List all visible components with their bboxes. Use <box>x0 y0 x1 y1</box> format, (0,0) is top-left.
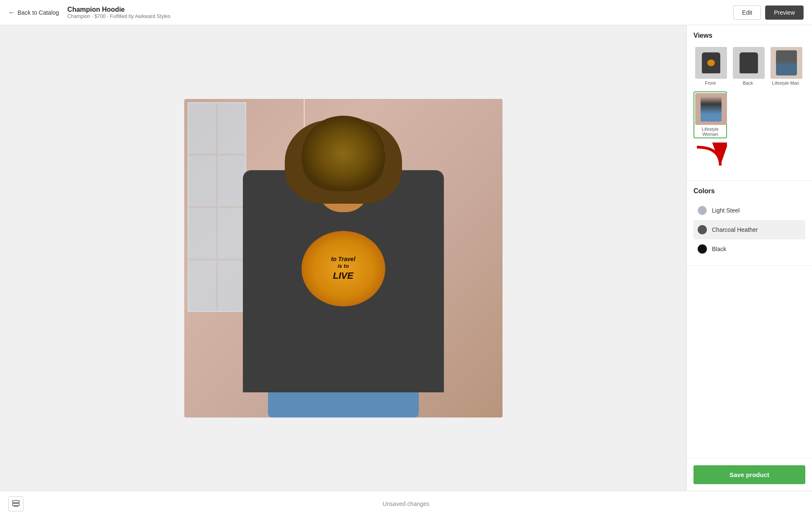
color-swatch-black <box>698 244 707 254</box>
svg-rect-2 <box>13 503 19 506</box>
product-image: to Travel is to LIVE <box>184 99 503 417</box>
header-left: ← Back to Catalog Champion Hoodie Champi… <box>8 6 170 19</box>
colors-section: Colors Light Steel Charcoal Heather Blac… <box>687 181 812 266</box>
color-name-charcoal-heather: Charcoal Heather <box>712 226 758 233</box>
view-label-lifestyle-man: Lifestyle Man <box>771 80 801 86</box>
product-subtitle: Champion · $700 · Fulfilled by Awkward S… <box>67 13 170 19</box>
view-label-lifestyle-woman: Lifestyle Woman <box>695 127 725 137</box>
back-label: Back to Catalog <box>18 9 59 16</box>
view-thumb-lifestyle-woman[interactable]: Lifestyle Woman <box>693 91 727 138</box>
back-arrow-icon: ← <box>8 9 15 16</box>
views-grid: Front Back Lifestyle Man <box>693 45 805 138</box>
window-pane-cell <box>188 103 216 154</box>
mini-person-man <box>776 50 797 75</box>
color-swatch-charcoal-heather <box>698 225 707 234</box>
color-item-light-steel[interactable]: Light Steel <box>693 201 805 220</box>
product-info: Champion Hoodie Champion · $700 · Fulfil… <box>67 6 170 19</box>
view-thumb-front[interactable]: Front <box>693 45 727 87</box>
window-pane-cell <box>188 260 216 311</box>
view-thumb-img-man <box>771 47 802 79</box>
unsaved-changes-label: Unsaved changes <box>382 500 429 507</box>
design-line3: LIVE <box>331 270 355 282</box>
sidebar-footer: Save product <box>687 458 812 491</box>
mini-person-woman <box>701 96 722 122</box>
view-thumb-img-front <box>695 47 727 79</box>
view-label-front: Front <box>695 80 725 86</box>
design-line1: to Travel <box>331 255 355 263</box>
view-thumb-img-woman <box>695 93 727 125</box>
colors-title: Colors <box>693 187 805 195</box>
red-arrow-icon <box>693 143 727 172</box>
arrow-container <box>693 138 805 174</box>
view-thumb-back[interactable]: Back <box>731 45 765 87</box>
design-text: to Travel is to LIVE <box>327 251 359 286</box>
person-figure: to Travel is to LIVE <box>235 116 452 417</box>
color-swatch-light-steel <box>698 206 707 215</box>
design-line2: is to <box>331 263 355 270</box>
mini-design-dot <box>707 60 715 66</box>
product-title: Champion Hoodie <box>67 6 170 13</box>
main-content: to Travel is to LIVE Views <box>0 25 812 491</box>
mini-hoodie-front <box>702 52 720 73</box>
save-product-button[interactable]: Save product <box>693 465 805 484</box>
view-thumb-img-back <box>733 47 765 79</box>
window-pane-cell <box>188 156 216 206</box>
hair <box>302 116 385 191</box>
view-thumb-lifestyle-man[interactable]: Lifestyle Man <box>769 45 802 87</box>
view-label-back: Back <box>733 80 763 86</box>
color-name-black: Black <box>712 246 726 252</box>
header: ← Back to Catalog Champion Hoodie Champi… <box>0 0 812 25</box>
sidebar-spacer <box>687 266 812 458</box>
layers-svg <box>12 500 20 508</box>
color-item-charcoal-heather[interactable]: Charcoal Heather <box>693 220 805 239</box>
color-name-light-steel: Light Steel <box>712 207 740 214</box>
layers-icon[interactable] <box>8 496 23 511</box>
color-item-black[interactable]: Black <box>693 239 805 259</box>
product-image-container: to Travel is to LIVE <box>184 99 503 417</box>
preview-button[interactable]: Preview <box>765 5 804 20</box>
views-section: Views Front Back <box>687 25 812 181</box>
color-list: Light Steel Charcoal Heather Black <box>693 201 805 259</box>
sidebar: Views Front Back <box>686 25 812 491</box>
edit-button[interactable]: Edit <box>733 5 761 20</box>
views-title: Views <box>693 32 805 39</box>
window-pane-cell <box>188 208 216 259</box>
mini-hoodie-back <box>740 52 758 73</box>
svg-rect-1 <box>13 500 19 503</box>
bottom-bar: Unsaved changes <box>0 491 812 516</box>
header-actions: Edit Preview <box>733 5 804 20</box>
canvas-area: to Travel is to LIVE <box>0 25 686 491</box>
back-to-catalog-link[interactable]: ← Back to Catalog <box>8 9 59 16</box>
hoodie-design: to Travel is to LIVE <box>302 231 385 306</box>
